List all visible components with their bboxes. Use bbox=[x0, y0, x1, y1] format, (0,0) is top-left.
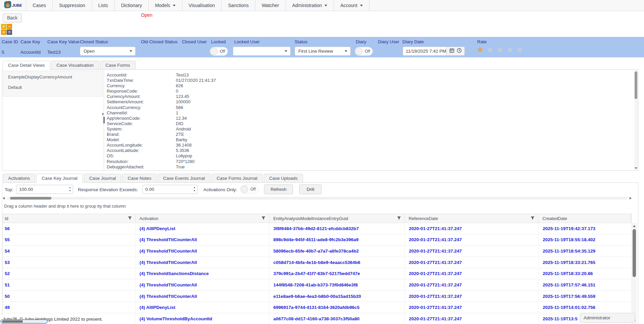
cell-reference-date[interactable]: 2020-01-27T21:41:37.247 bbox=[405, 313, 539, 324]
nav-item-administration[interactable]: Administration bbox=[286, 0, 334, 11]
cell-reference-date[interactable]: 2020-01-27T21:41:37.247 bbox=[405, 268, 539, 279]
cell-activation[interactable]: (4) VolumeThresholdByAccountId bbox=[136, 313, 269, 324]
cell-guid[interactable]: 379c991a-2b47-41f7-83b7-52175edd747e bbox=[269, 268, 405, 279]
cell-reference-date[interactable]: 2020-01-27T21:41:37.247 bbox=[405, 234, 539, 246]
cell-id[interactable]: 50 bbox=[3, 291, 136, 302]
tab-case-forms[interactable]: Case Forms bbox=[100, 61, 136, 70]
cell-activation[interactable]: (4) AllIPDenyList bbox=[136, 302, 269, 313]
tab-case-visualisation[interactable]: Case Visualisation bbox=[51, 61, 99, 70]
cell-reference-date[interactable]: 2020-01-27T21:41:37.247 bbox=[405, 279, 539, 290]
scroll-right-icon[interactable] bbox=[630, 197, 632, 200]
spin-down-icon[interactable]: ▼ bbox=[69, 189, 71, 193]
cell-reference-date[interactable]: 2020-01-27T21:41:37.247 bbox=[405, 302, 539, 313]
locked-user-select[interactable] bbox=[233, 47, 291, 56]
cell-id[interactable]: 49 bbox=[3, 302, 136, 313]
scrollbar-thumb[interactable] bbox=[2, 320, 23, 323]
nav-item-suppression[interactable]: Suppression bbox=[52, 0, 92, 11]
star-icon[interactable]: ★ bbox=[477, 45, 484, 54]
cell-reference-date[interactable]: 2020-01-27T21:41:37.247 bbox=[405, 246, 539, 257]
star-icon[interactable]: ★ bbox=[516, 45, 524, 54]
nav-item-sanctions[interactable]: Sanctions bbox=[221, 0, 255, 11]
scrollbar-thumb[interactable] bbox=[10, 197, 51, 200]
nav-item-lists[interactable]: Lists bbox=[92, 0, 114, 11]
cell-reference-date[interactable]: 2020-01-27T21:41:37.247 bbox=[405, 223, 539, 234]
scroll-down-icon[interactable] bbox=[635, 167, 637, 169]
drill-button[interactable]: Drill bbox=[299, 184, 321, 194]
column-header-id[interactable]: Id bbox=[3, 214, 136, 223]
status-select[interactable]: First Line Review bbox=[295, 47, 351, 56]
spin-down-icon[interactable]: ▼ bbox=[193, 189, 196, 193]
scroll-left-icon[interactable] bbox=[3, 197, 5, 200]
cell-guid[interactable]: a0677c08-dd17-4160-a738-3037c3f50a80 bbox=[269, 313, 405, 324]
cell-guid[interactable]: e11e8ae9-b6ae-4ea3-b8b0-00a15ad15b20 bbox=[269, 291, 405, 302]
cell-activation[interactable]: (4) ThresholdTtlCounterAll bbox=[136, 257, 269, 268]
list-item[interactable]: ExampleDisplayCurrencyAmount bbox=[3, 71, 102, 82]
cell-id[interactable]: 54 bbox=[3, 246, 136, 257]
page-horizontal-scrollbar[interactable] bbox=[0, 319, 48, 324]
cell-guid[interactable]: 898c9d4e-945f-4511-ade8-9fc2b3e396a9 bbox=[269, 234, 405, 246]
star-icon[interactable]: ★ bbox=[496, 45, 504, 54]
nav-item-visualisation[interactable]: Visualisation bbox=[182, 0, 221, 11]
star-icon[interactable]: ★ bbox=[506, 45, 514, 54]
tab-case-key-journal[interactable]: Case Key Journal bbox=[36, 174, 83, 183]
cell-created-date[interactable]: 2025-11-19T18:54:35.129 bbox=[539, 246, 632, 257]
horizontal-scrollbar[interactable] bbox=[3, 197, 632, 200]
splitter-handle[interactable] bbox=[103, 117, 105, 123]
column-header-createddate[interactable]: CreatedDate bbox=[538, 214, 631, 223]
cell-guid[interactable]: 3f8f6484-37bb-49d2-8121-efcddcb832b7 bbox=[269, 223, 405, 234]
top-input[interactable]: 100.00 ▲▼ bbox=[16, 185, 73, 194]
nav-item-models[interactable]: Models bbox=[148, 0, 182, 11]
nav-item-cases[interactable]: Cases bbox=[26, 0, 52, 11]
cell-id[interactable]: 55 bbox=[3, 234, 136, 246]
tab-activations[interactable]: Activations bbox=[3, 174, 35, 183]
grid-scrollbar[interactable] bbox=[632, 223, 637, 324]
cell-created-date[interactable]: 2025-11-19T17:56:49.559 bbox=[539, 291, 632, 302]
locked-toggle[interactable]: Off bbox=[210, 47, 228, 56]
list-item[interactable]: Default bbox=[3, 82, 102, 92]
detail-scrollbar[interactable] bbox=[634, 70, 638, 170]
tab-case-forms-journal[interactable]: Case Forms Journal bbox=[211, 174, 263, 183]
cell-activation[interactable]: (4) ThresholdTtlCounterAll bbox=[136, 291, 269, 302]
cell-reference-date[interactable]: 2020-01-27T21:41:37.247 bbox=[405, 257, 539, 268]
closed-status-select[interactable]: Open bbox=[80, 47, 136, 56]
diary-date-input[interactable]: 11/19/2025 7:42 PM bbox=[403, 47, 447, 56]
rate-star-rating[interactable]: ★★★★★ bbox=[477, 45, 526, 54]
cell-created-date[interactable]: 2025-11-19T17:57:46.151 bbox=[539, 279, 632, 290]
filter-funnel-icon[interactable] bbox=[126, 216, 132, 221]
cell-guid[interactable]: 58096ecb-65fe-40b7-a7a7-a6fe378ca4b2 bbox=[269, 246, 405, 257]
column-header-entityanalysismodelinstanceentryguid[interactable]: EntityAnalysisModelInstanceEntryGuid bbox=[269, 214, 405, 223]
cell-created-date[interactable]: 2025-11-19T14:01:02.756 bbox=[539, 302, 632, 313]
tab-case-journal[interactable]: Case Journal bbox=[84, 174, 121, 183]
cell-guid[interactable]: c058d714-4bfa-4e1b-b8e9-4eaacc5364b6 bbox=[269, 257, 405, 268]
clock-icon[interactable] bbox=[457, 48, 462, 54]
cell-id[interactable]: 52 bbox=[3, 268, 136, 279]
scroll-up-icon[interactable] bbox=[633, 225, 636, 227]
column-header-activation[interactable]: Activation bbox=[136, 214, 269, 223]
cell-activation[interactable]: (4) ThresholdSanctionsDistance bbox=[136, 268, 269, 279]
filter-funnel-icon[interactable] bbox=[259, 216, 265, 221]
tab-case-uploads[interactable]: Case Uploads bbox=[264, 174, 303, 183]
scrollbar-track[interactable] bbox=[7, 197, 628, 200]
spin-up-icon[interactable]: ▲ bbox=[69, 186, 71, 189]
calendar-icon[interactable] bbox=[449, 48, 454, 54]
filter-funnel-icon[interactable] bbox=[529, 216, 535, 221]
cell-created-date[interactable]: 2025-11-19T18:33:21.765 bbox=[539, 257, 632, 268]
scrollbar-thumb[interactable] bbox=[635, 71, 637, 99]
spin-up-icon[interactable]: ▲ bbox=[193, 186, 196, 189]
cell-guid[interactable]: 6996917a-9744-4131-8164-3620afdb96c5 bbox=[269, 302, 405, 313]
refresh-button[interactable]: Refresh bbox=[264, 184, 293, 194]
cell-created-date[interactable]: 2025-11-19T18:33:20.86 bbox=[539, 268, 632, 279]
back-button[interactable]: Back bbox=[3, 13, 22, 22]
cell-guid[interactable]: 144f8548-7208-41ab-b373-73f0d846e3f8 bbox=[269, 279, 405, 290]
activations-only-toggle[interactable]: Off bbox=[240, 185, 258, 194]
cell-created-date[interactable]: 2025-11-19T19:42:37.173 bbox=[539, 223, 632, 234]
nav-item-account[interactable]: Account bbox=[334, 0, 369, 11]
cell-created-date[interactable]: 2025-11-19T18:55:18.402 bbox=[539, 234, 632, 246]
tab-case-notes[interactable]: Case Notes bbox=[122, 174, 157, 183]
nav-item-dictionary[interactable]: Dictionary bbox=[114, 0, 148, 11]
tab-case-events-journal[interactable]: Case Events Journal bbox=[158, 174, 210, 183]
scrollbar-thumb[interactable] bbox=[633, 229, 636, 277]
cell-reference-date[interactable]: 2020-01-27T21:41:37.247 bbox=[405, 291, 539, 302]
cell-id[interactable]: 56 bbox=[3, 223, 136, 234]
diary-toggle[interactable]: Off bbox=[355, 47, 373, 56]
